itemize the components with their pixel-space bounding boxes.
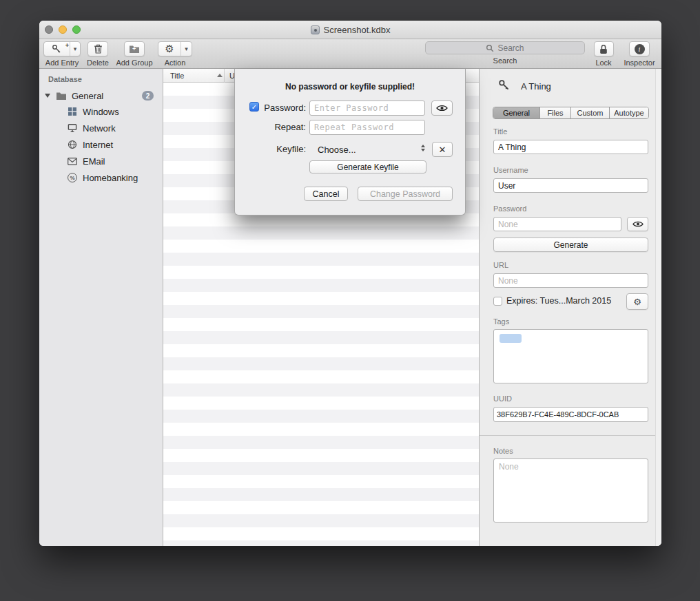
- sidebar: Database General 2 Windows: [39, 69, 163, 546]
- keyfile-popup[interactable]: Choose...: [309, 142, 426, 157]
- entry-title: A Thing: [521, 81, 551, 92]
- sidebar-section-header: Database: [48, 75, 82, 83]
- entry-count-badge: 2: [142, 91, 154, 101]
- url-field[interactable]: [493, 273, 648, 288]
- sidebar-item-windows[interactable]: Windows: [39, 105, 163, 118]
- keyfile-value: Choose...: [318, 145, 356, 155]
- plus-icon: +: [65, 43, 69, 49]
- password-field[interactable]: [493, 217, 621, 231]
- keyfile-label: Keyfile:: [235, 144, 306, 154]
- lock-button[interactable]: [594, 41, 614, 56]
- gear-icon: ⚙: [633, 297, 641, 306]
- uuid-label: UUID: [493, 394, 512, 403]
- generate-keyfile-button[interactable]: Generate Keyfile: [309, 160, 426, 173]
- globe-icon: [68, 140, 77, 149]
- sidebar-item-label: Homebanking: [83, 173, 138, 183]
- tab-files[interactable]: Files: [540, 107, 571, 118]
- column-divider[interactable]: [224, 69, 225, 83]
- monitor-icon: [68, 123, 77, 133]
- info-icon: i: [635, 44, 645, 54]
- chevron-down-icon: ▾: [74, 46, 77, 52]
- delete-button[interactable]: [88, 41, 108, 56]
- envelope-icon: [68, 158, 77, 165]
- sidebar-item-internet[interactable]: Internet: [39, 138, 163, 151]
- action-button[interactable]: ⚙ ▾: [158, 41, 192, 56]
- notes-placeholder: None: [499, 462, 519, 472]
- key-icon: [498, 79, 511, 92]
- sidebar-item-homebanking[interactable]: % Homebanking: [39, 171, 163, 184]
- inspector-button[interactable]: i: [629, 41, 650, 56]
- search-item: Search Search: [425, 41, 585, 65]
- lock-label: Lock: [591, 59, 616, 67]
- sidebar-item-label: General: [72, 91, 103, 101]
- sidebar-item-general[interactable]: General 2: [39, 89, 163, 103]
- expires-label: Expires: Tues...March 2015: [506, 296, 611, 306]
- tag-pill[interactable]: [500, 334, 522, 343]
- column-header-title[interactable]: Title: [170, 72, 184, 80]
- inspector-tabs: General Files Custom Autotype: [493, 107, 649, 119]
- uuid-field[interactable]: [493, 407, 648, 422]
- disclosure-triangle-icon[interactable]: [45, 94, 50, 98]
- desktop-backdrop: { "icons": { "gear": "⚙", "chevron_down"…: [0, 0, 700, 601]
- password-input[interactable]: [309, 101, 425, 116]
- close-x-icon: ✕: [439, 145, 446, 154]
- change-password-button[interactable]: Change Password: [358, 187, 453, 201]
- sidebar-item-label: Network: [83, 123, 116, 134]
- action-label: Action: [158, 59, 192, 67]
- document-proxy-icon[interactable]: [311, 25, 320, 34]
- action-item: ⚙ ▾ Action: [158, 41, 192, 67]
- repeat-input[interactable]: [309, 120, 425, 135]
- eye-icon: [436, 104, 448, 112]
- search-input[interactable]: Search: [425, 41, 585, 54]
- add-entry-dropdown[interactable]: ▾: [70, 42, 80, 56]
- tab-autotype[interactable]: Autotype: [610, 107, 648, 118]
- add-group-item: + Add Group: [112, 41, 156, 67]
- search-icon: [486, 44, 494, 52]
- url-field-label: URL: [493, 261, 508, 269]
- sidebar-item-network[interactable]: Network: [39, 121, 163, 135]
- delete-item: Delete: [85, 41, 111, 67]
- reveal-password-button[interactable]: [431, 101, 453, 116]
- username-field-label: Username: [493, 166, 528, 174]
- inspector-scrollbar[interactable]: [655, 69, 661, 546]
- trash-icon: [94, 43, 103, 54]
- key-icon: [52, 44, 62, 54]
- gear-icon: ⚙: [165, 44, 174, 54]
- app-window: Screenshot.kdbx + ▾ Add Entry: [39, 21, 661, 546]
- action-dropdown[interactable]: ▾: [181, 42, 192, 56]
- delete-label: Delete: [85, 59, 111, 67]
- windows-grid-icon: [68, 107, 77, 116]
- eye-icon: [632, 220, 644, 228]
- window-title: Screenshot.kdbx: [324, 25, 391, 35]
- add-group-button[interactable]: +: [124, 41, 145, 56]
- reveal-password-button[interactable]: [627, 217, 648, 231]
- lock-icon: [599, 44, 608, 54]
- tags-box[interactable]: [493, 329, 648, 383]
- expires-settings-button[interactable]: ⚙: [626, 293, 648, 310]
- add-entry-button[interactable]: + ▾: [43, 41, 81, 56]
- title-field[interactable]: [493, 140, 648, 154]
- tab-custom[interactable]: Custom: [571, 107, 610, 118]
- tab-general[interactable]: General: [493, 107, 540, 118]
- titlebar[interactable]: Screenshot.kdbx: [39, 21, 661, 39]
- add-group-label: Add Group: [112, 59, 156, 67]
- folder-icon: [56, 92, 67, 101]
- username-field[interactable]: [493, 178, 648, 193]
- notes-field[interactable]: None: [493, 458, 648, 523]
- repeat-label: Repeat:: [235, 122, 306, 132]
- sidebar-item-label: Internet: [83, 140, 113, 150]
- add-entry-label: Add Entry: [42, 59, 82, 67]
- popup-stepper-icon: [421, 145, 425, 151]
- expires-checkbox[interactable]: [493, 297, 502, 306]
- dialog-message: No password or keyfile supplied!: [235, 82, 465, 92]
- title-field-label: Title: [493, 127, 507, 136]
- notes-label: Notes: [493, 447, 513, 455]
- add-entry-item: + ▾ Add Entry: [42, 41, 82, 67]
- sidebar-item-label: EMail: [83, 156, 105, 167]
- sidebar-item-email[interactable]: EMail: [39, 154, 163, 168]
- chevron-down-icon: ▾: [185, 46, 188, 52]
- cancel-button[interactable]: Cancel: [304, 187, 348, 201]
- clear-keyfile-button[interactable]: ✕: [432, 142, 453, 157]
- generate-password-button[interactable]: Generate: [493, 238, 648, 252]
- inspector-label: Inspector: [619, 59, 660, 67]
